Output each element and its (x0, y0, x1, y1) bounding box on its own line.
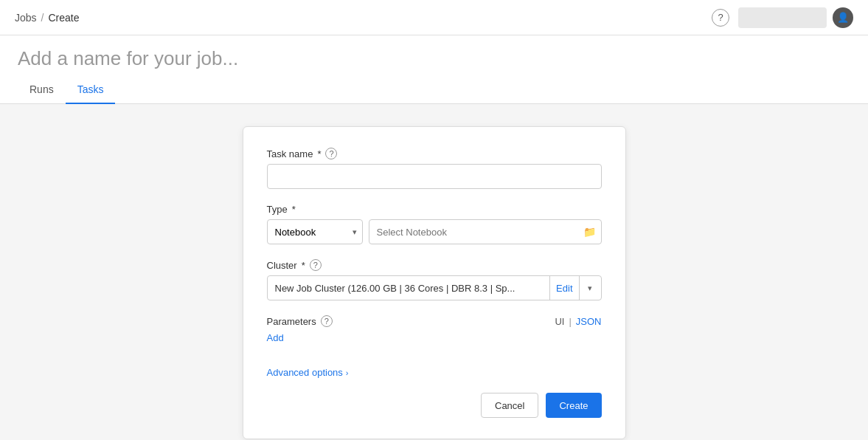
parameters-group: Parameters ? UI | JSON Add (267, 315, 602, 352)
add-parameter-link[interactable]: Add (267, 332, 284, 343)
parameters-label-text: Parameters (267, 316, 316, 327)
user-area: 👤 (738, 7, 853, 28)
cluster-value: New Job Cluster (126.00 GB | 36 Cores | … (275, 283, 550, 294)
tabs: Runs Tasks (0, 76, 868, 104)
tab-tasks[interactable]: Tasks (66, 76, 116, 104)
main-content: Task name * ? Type * Notebook Python JAR… (0, 104, 868, 440)
action-buttons: Cancel Create (267, 393, 602, 418)
cluster-required: * (302, 260, 305, 271)
type-label: Type * (267, 204, 602, 215)
cluster-label-text: Cluster (267, 260, 297, 271)
param-toggle: UI | JSON (555, 316, 601, 327)
type-label-text: Type (267, 204, 288, 215)
breadcrumb: Jobs / Create (15, 12, 80, 24)
notebook-input[interactable] (369, 219, 602, 244)
tab-runs[interactable]: Runs (18, 76, 66, 104)
breadcrumb-parent[interactable]: Jobs (15, 12, 37, 24)
advanced-options-link[interactable]: Advanced options › (267, 367, 602, 378)
cluster-edit-button[interactable]: Edit (549, 276, 578, 300)
type-required: * (292, 204, 296, 215)
task-name-required: * (317, 148, 321, 159)
type-select[interactable]: Notebook Python JAR Spark Submit (267, 219, 363, 244)
parameters-help-icon[interactable]: ? (321, 315, 333, 327)
cluster-group: Cluster * ? New Job Cluster (126.00 GB |… (267, 259, 602, 300)
param-separator: | (569, 316, 571, 327)
user-bar (738, 7, 827, 28)
parameters-label: Parameters ? (267, 315, 333, 327)
type-group: Type * Notebook Python JAR Spark Submit … (267, 204, 602, 244)
page-title[interactable]: Add a name for your job... (0, 35, 868, 70)
header-right: ? 👤 (712, 7, 853, 28)
param-json-label[interactable]: JSON (576, 316, 602, 327)
cancel-button[interactable]: Cancel (481, 393, 538, 418)
parameters-header: Parameters ? UI | JSON (267, 315, 602, 327)
dialog-card: Task name * ? Type * Notebook Python JAR… (243, 126, 626, 439)
task-name-help-icon[interactable]: ? (325, 148, 337, 159)
cluster-chevron-icon[interactable]: ▾ (579, 276, 601, 300)
task-name-label: Task name * ? (267, 148, 602, 159)
notebook-select-wrapper: 📁 (369, 219, 602, 244)
cluster-help-icon[interactable]: ? (310, 259, 322, 271)
type-row: Notebook Python JAR Spark Submit ▾ 📁 (267, 219, 602, 244)
type-select-wrapper: Notebook Python JAR Spark Submit ▾ (267, 219, 363, 244)
header: Jobs / Create ? 👤 (0, 0, 868, 35)
user-avatar[interactable]: 👤 (833, 7, 853, 28)
cluster-row: New Job Cluster (126.00 GB | 36 Cores | … (267, 275, 602, 300)
advanced-options-label: Advanced options (267, 367, 343, 378)
task-name-input[interactable] (267, 164, 602, 189)
cluster-label: Cluster * ? (267, 259, 602, 271)
create-button[interactable]: Create (546, 393, 601, 418)
task-name-group: Task name * ? (267, 148, 602, 189)
task-name-label-text: Task name (267, 148, 313, 159)
breadcrumb-current: Create (48, 12, 79, 24)
param-ui-label[interactable]: UI (555, 316, 564, 327)
advanced-options-chevron-icon: › (346, 368, 349, 377)
help-icon[interactable]: ? (712, 9, 729, 27)
breadcrumb-separator: / (41, 12, 44, 24)
